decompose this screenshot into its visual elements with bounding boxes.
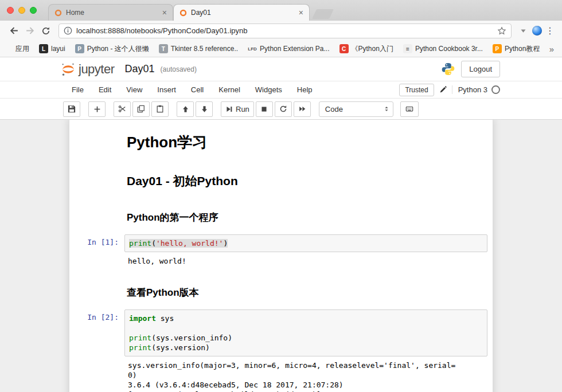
notebook-toolbar: Run Code — [0, 99, 562, 120]
close-tab-icon[interactable]: × — [299, 9, 303, 17]
markdown-cell[interactable]: Day01 - 初始Python — [69, 159, 493, 196]
jupyter-favicon — [54, 9, 62, 17]
markdown-heading: Day01 - 初始Python — [127, 173, 487, 189]
extension-dropdown-icon[interactable] — [516, 24, 530, 38]
notebook: Python学习Day01 - 初始PythonPython的第一个程序In [… — [69, 120, 493, 392]
menu-view[interactable]: View — [119, 82, 150, 97]
new-tab-button[interactable] — [312, 9, 334, 19]
restart-kernel-button[interactable] — [275, 101, 292, 117]
bookmark-item[interactable]: ≡Python Cookbook 3r... — [403, 44, 483, 53]
bookmark-item[interactable]: PPython教程 — [493, 44, 540, 54]
kernel-indicator: Python 3 — [452, 85, 500, 94]
cut-cells-button[interactable] — [114, 101, 131, 117]
bookmark-item[interactable]: Llayui — [39, 44, 65, 53]
menu-list: FileEditViewInsertCellKernelWidgetsHelp — [64, 82, 320, 97]
move-cell-up-button[interactable] — [177, 101, 194, 117]
bookmark-label: Python Cookbook 3r... — [415, 45, 483, 53]
bookmark-item[interactable]: C《Python入门 — [339, 44, 393, 54]
interrupt-kernel-button[interactable] — [256, 101, 273, 117]
tab-day01[interactable]: Day01 × — [173, 4, 310, 21]
logout-button[interactable]: Logout — [461, 61, 500, 77]
markdown-cell[interactable]: Python学习 — [69, 124, 493, 159]
forward-button[interactable] — [22, 23, 38, 39]
paste-cells-button[interactable] — [151, 101, 169, 117]
extension-globe-icon[interactable] — [530, 24, 544, 38]
bookmark-item[interactable]: 应用 — [6, 44, 29, 54]
trusted-button[interactable]: Trusted — [399, 84, 434, 96]
jupyter-planet-icon — [61, 62, 76, 77]
bookmarks-bar: 应用LlayuiPPython - 这个人很懒TTkinter 8.5 refe… — [0, 41, 562, 57]
address-bar[interactable]: localhost:8888/notebooks/PythonCode/Day0… — [58, 23, 512, 38]
restart-run-all-button[interactable] — [294, 101, 311, 117]
cell-prompt — [70, 199, 124, 203]
select-stepper-icon — [383, 105, 390, 113]
markdown-heading: 查看Python版本 — [127, 286, 487, 299]
window-controls — [7, 7, 37, 14]
menu-widgets[interactable]: Widgets — [248, 82, 290, 97]
run-label: Run — [236, 105, 249, 113]
bookmark-label: layui — [51, 45, 65, 53]
insert-cell-button[interactable] — [88, 101, 106, 117]
move-cell-down-button[interactable] — [196, 101, 213, 117]
reload-button[interactable] — [38, 23, 54, 39]
close-tab-icon[interactable]: × — [162, 9, 167, 17]
cell-output: hello, world! — [124, 252, 487, 268]
kernel-status-icon — [491, 85, 500, 94]
tab-title: Day01 — [191, 9, 295, 17]
save-button[interactable] — [63, 101, 80, 117]
bookmark-label: 应用 — [15, 44, 29, 54]
bookmark-label: 《Python入门 — [352, 44, 393, 54]
favicon: ≡ — [403, 44, 412, 53]
cell-prompt — [70, 275, 124, 278]
zoom-window-button[interactable] — [30, 7, 37, 14]
favicon: P — [493, 44, 502, 53]
browser-toolbar: localhost:8888/notebooks/PythonCode/Day0… — [0, 21, 562, 41]
python-logo-icon — [441, 62, 455, 76]
bookmark-label: Python Extension Pa... — [260, 45, 329, 53]
favicon: L — [39, 44, 48, 53]
tab-strip: Home × Day01 × — [0, 0, 562, 21]
copy-cells-button[interactable] — [132, 101, 150, 117]
close-window-button[interactable] — [7, 7, 14, 14]
output-prompt — [70, 252, 124, 256]
bookmark-label: Python教程 — [505, 44, 540, 54]
run-button[interactable]: Run — [221, 101, 254, 117]
minimize-window-button[interactable] — [18, 7, 25, 14]
menu-cell[interactable]: Cell — [184, 82, 211, 97]
notebook-scroll-area[interactable]: Python学习Day01 - 初始PythonPython的第一个程序In [… — [0, 120, 562, 392]
back-button[interactable] — [6, 23, 22, 39]
cell-prompt — [70, 128, 124, 131]
menu-file[interactable]: File — [64, 82, 91, 97]
command-palette-button[interactable] — [400, 101, 419, 117]
markdown-cell[interactable]: Python的第一个程序 — [69, 196, 493, 231]
jupyter-logo[interactable]: jupyter — [61, 62, 115, 77]
favicon: LFD — [248, 44, 257, 53]
cell-type-value: Code — [325, 105, 343, 113]
tab-home[interactable]: Home × — [48, 4, 173, 21]
site-info-icon[interactable] — [64, 26, 72, 35]
autosave-status: (autosaved) — [161, 65, 197, 73]
cell-type-select[interactable]: Code — [319, 101, 393, 117]
jupyter-favicon — [179, 9, 187, 17]
kernel-name: Python 3 — [458, 85, 487, 94]
bookmark-item[interactable]: PPython - 这个人很懒 — [75, 44, 149, 54]
bookmark-star-icon[interactable] — [497, 26, 506, 36]
bookmark-item[interactable]: TTkinter 8.5 reference.. — [159, 44, 238, 53]
markdown-cell[interactable]: 查看Python版本 — [69, 271, 493, 306]
browser-menu-icon[interactable]: ⋮ — [544, 25, 556, 36]
menu-help[interactable]: Help — [290, 82, 320, 97]
tab-title: Home — [66, 9, 159, 17]
code-cell[interactable]: In [2]:import sys print(sys.version_info… — [69, 306, 493, 392]
bookmark-item[interactable]: LFDPython Extension Pa... — [248, 44, 329, 53]
code-cell[interactable]: In [1]:print('hello, world!')hello, worl… — [69, 231, 493, 271]
markdown-heading: Python学习 — [127, 132, 487, 152]
menu-edit[interactable]: Edit — [91, 82, 119, 97]
notebook-title[interactable]: Day01 — [125, 63, 155, 75]
code-input[interactable]: import sys print(sys.version_info)print(… — [124, 309, 487, 356]
input-prompt: In [2]: — [70, 309, 124, 322]
menu-insert[interactable]: Insert — [150, 82, 184, 97]
menu-kernel[interactable]: Kernel — [211, 82, 248, 97]
code-input[interactable]: print('hello, world!') — [124, 234, 487, 252]
bookmarks-list: 应用LlayuiPPython - 这个人很懒TTkinter 8.5 refe… — [6, 44, 547, 54]
bookmarks-overflow-icon[interactable]: » — [547, 44, 556, 54]
